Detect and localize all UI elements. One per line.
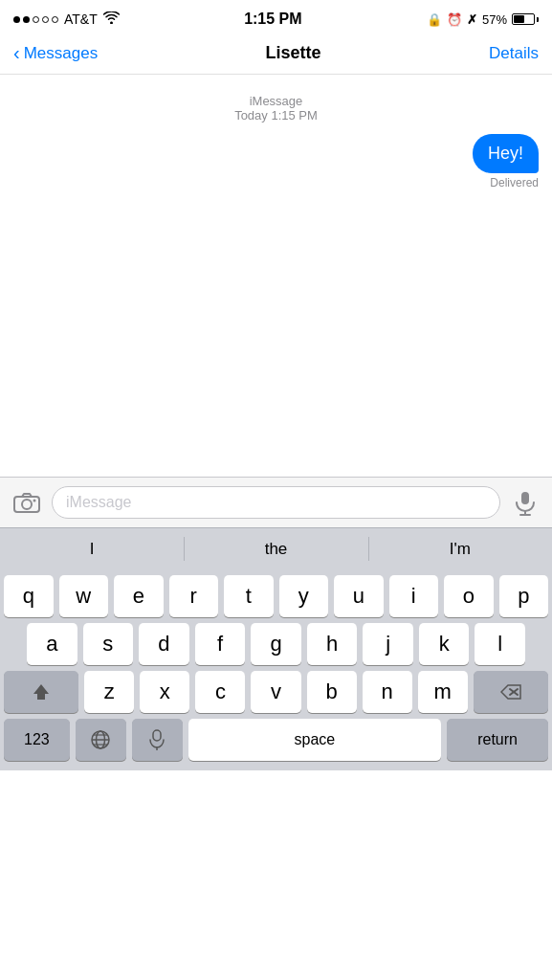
conversation-title: Lisette [266, 43, 321, 63]
service-label: iMessage [13, 94, 539, 108]
key-n[interactable]: n [363, 671, 412, 713]
key-k[interactable]: k [419, 623, 470, 665]
status-left: AT&T [13, 11, 120, 27]
key-row-1: q w e r t y u i o p [0, 569, 552, 617]
signal-dot-5 [52, 16, 58, 23]
message-bubble: Hey! [473, 134, 539, 173]
key-i[interactable]: i [389, 575, 439, 617]
key-l[interactable]: l [475, 623, 525, 665]
camera-button[interactable] [10, 485, 44, 520]
svg-point-2 [33, 500, 36, 502]
key-r[interactable]: r [169, 575, 219, 617]
status-time: 1:15 PM [244, 11, 301, 28]
key-t[interactable]: t [224, 575, 274, 617]
key-e[interactable]: e [114, 575, 164, 617]
message-area: iMessage Today 1:15 PM Hey! Delivered [0, 75, 552, 477]
key-u[interactable]: u [334, 575, 384, 617]
key-j[interactable]: j [363, 623, 413, 665]
svg-rect-14 [153, 730, 161, 741]
wifi-icon [103, 11, 120, 27]
status-right: 🔒 ⏰ ✗ 57% [427, 12, 539, 27]
carrier-label: AT&T [64, 11, 98, 27]
back-button[interactable]: ‹ Messages [13, 42, 98, 64]
signal-dot-2 [23, 16, 30, 23]
key-h[interactable]: h [307, 623, 358, 665]
alarm-icon: ⏰ [447, 12, 462, 27]
key-v[interactable]: v [251, 671, 300, 713]
shift-key[interactable] [4, 671, 78, 713]
details-button[interactable]: Details [489, 44, 539, 63]
signal-dots [13, 16, 58, 23]
back-label: Messages [24, 44, 98, 63]
microphone-icon [512, 489, 539, 516]
mic-button[interactable] [508, 485, 542, 520]
return-key[interactable]: return [447, 719, 548, 761]
key-b[interactable]: b [307, 671, 357, 713]
signal-dot-1 [13, 16, 20, 23]
key-d[interactable]: d [139, 623, 189, 665]
message-row: Hey! Delivered [13, 134, 539, 189]
timestamp-block: iMessage Today 1:15 PM [13, 75, 539, 134]
key-row-2: a s d f g h j k l [0, 617, 552, 665]
key-f[interactable]: f [195, 623, 246, 665]
svg-point-1 [22, 500, 32, 509]
nav-bar: ‹ Messages Lisette Details [0, 36, 552, 75]
key-w[interactable]: w [59, 575, 109, 617]
autocomplete-item-0[interactable]: I [0, 528, 184, 569]
key-s[interactable]: s [83, 623, 134, 665]
space-key[interactable]: space [188, 719, 442, 761]
message-text: Hey! [488, 144, 523, 163]
key-x[interactable]: x [140, 671, 189, 713]
delete-icon [500, 684, 521, 700]
status-bar: AT&T 1:15 PM 🔒 ⏰ ✗ 57% [0, 0, 552, 36]
keyboard: q w e r t y u i o p a s d f g h j k l z … [0, 569, 552, 770]
key-row-bottom: 123 space return [0, 713, 552, 770]
delete-key[interactable] [474, 671, 548, 713]
chevron-left-icon: ‹ [13, 42, 20, 64]
key-a[interactable]: a [27, 623, 77, 665]
key-q[interactable]: q [4, 575, 54, 617]
numbers-key[interactable]: 123 [4, 719, 70, 761]
svg-rect-3 [521, 492, 529, 504]
key-z[interactable]: z [84, 671, 134, 713]
keyboard-microphone-icon [148, 729, 166, 750]
camera-icon [13, 492, 40, 513]
autocomplete-item-2[interactable]: I'm [368, 528, 552, 569]
key-row-3: z x c v b n m [0, 665, 552, 713]
bluetooth-icon: ✗ [467, 12, 477, 27]
key-p[interactable]: p [499, 575, 549, 617]
key-m[interactable]: m [418, 671, 468, 713]
shift-icon [32, 682, 51, 702]
globe-key[interactable] [76, 719, 126, 761]
autocomplete-item-1[interactable]: the [184, 528, 367, 569]
signal-dot-4 [42, 16, 49, 23]
lock-icon: 🔒 [427, 12, 442, 27]
globe-icon [90, 729, 111, 750]
signal-dot-3 [33, 16, 39, 23]
key-o[interactable]: o [444, 575, 494, 617]
bubble-wrap: Hey! Delivered [473, 134, 539, 189]
battery-percent: 57% [482, 12, 507, 27]
autocomplete-bar: I the I'm [0, 527, 552, 569]
message-input[interactable]: iMessage [52, 486, 500, 519]
svg-marker-6 [33, 684, 49, 700]
key-g[interactable]: g [251, 623, 301, 665]
input-toolbar: iMessage [0, 477, 552, 527]
keyboard-mic-key[interactable] [132, 719, 183, 761]
battery-icon [512, 13, 539, 25]
key-c[interactable]: c [195, 671, 245, 713]
input-placeholder: iMessage [66, 494, 131, 511]
delivery-status: Delivered [490, 176, 539, 189]
key-y[interactable]: y [279, 575, 329, 617]
message-timestamp: Today 1:15 PM [13, 108, 539, 122]
